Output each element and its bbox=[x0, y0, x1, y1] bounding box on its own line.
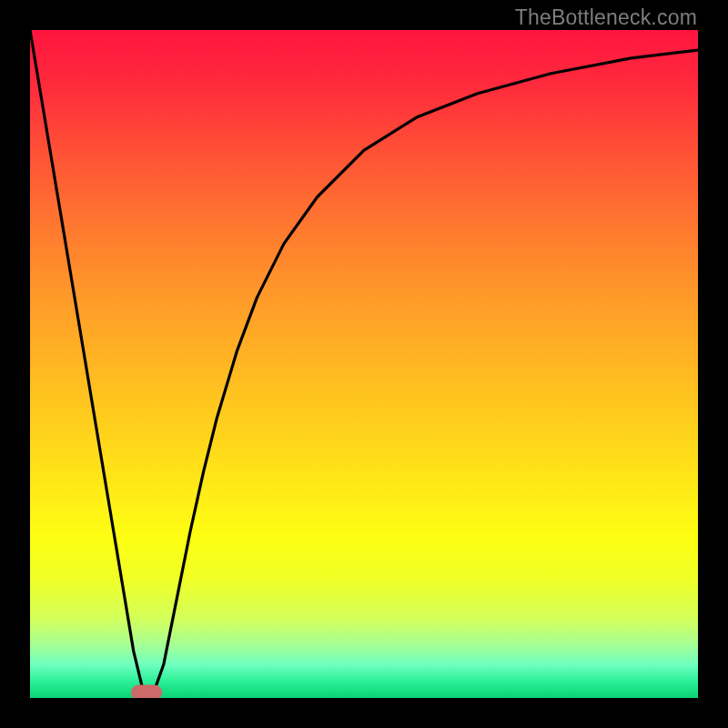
bottleneck-curve bbox=[30, 30, 698, 698]
plot-area bbox=[30, 30, 698, 698]
watermark-text: TheBottleneck.com bbox=[515, 5, 697, 30]
chart-frame: TheBottleneck.com bbox=[0, 0, 728, 728]
minimum-marker bbox=[131, 685, 162, 698]
